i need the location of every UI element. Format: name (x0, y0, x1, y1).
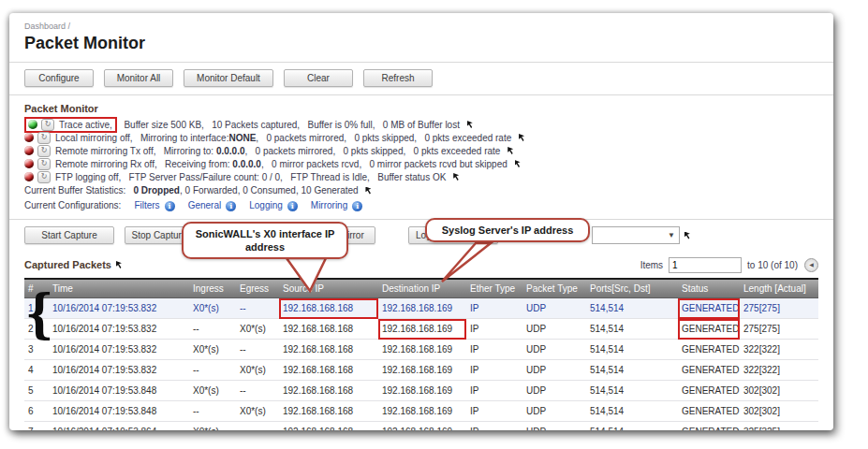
current-configurations-label: Current Configurations: (24, 200, 121, 210)
column-header-ingress[interactable]: Ingress (189, 279, 236, 298)
cell-ingress: X0*(s) (189, 422, 236, 431)
capture-control-icon[interactable]: ↻ (37, 171, 51, 183)
breadcrumb[interactable]: Dashboard / (24, 22, 818, 31)
annotation-mark-icon (467, 121, 473, 128)
cell-status: GENERATED (678, 298, 740, 319)
items-pagination: Items to 10 (of 10) ◀ (640, 257, 818, 273)
section-title-packet-monitor: Packet Monitor (24, 103, 818, 114)
table-body: 110/16/2014 07:19:53.832X0*(s)--192.168.… (24, 298, 818, 431)
callout-sonicwall-x0: SonicWALL's X0 interface IP address (182, 222, 348, 259)
cell-egress: -- (236, 422, 279, 431)
info-icon[interactable]: i (165, 201, 175, 211)
cell-dst: 192.168.168.169 (378, 401, 466, 422)
first-page-icon[interactable]: ◀ (804, 258, 818, 272)
divider (9, 219, 833, 220)
capture-control-icon[interactable]: ↻ (37, 158, 51, 170)
column-header-status[interactable]: Status (678, 279, 740, 298)
info-icon[interactable]: i (226, 201, 236, 211)
cell-ingress: X0*(s) (189, 381, 236, 401)
cell-dst: 192.168.168.169 (378, 381, 466, 401)
cell-status: GENERATED (678, 381, 740, 401)
items-input[interactable] (669, 257, 742, 273)
annotation-mark-icon (116, 261, 122, 268)
cell-num: 3 (24, 340, 49, 360)
cell-ports: 514,514 (586, 340, 678, 360)
capture-control-icon[interactable]: ↻ (37, 145, 51, 157)
mirroring-link[interactable]: Mirroring (311, 200, 347, 210)
cell-len: 322[322] (740, 340, 818, 360)
cell-dst: 192.168.168.169 (378, 319, 466, 340)
cell-dst: 192.168.168.169 (378, 298, 466, 319)
cell-src: 192.168.168.168 (279, 401, 378, 422)
cell-egress: -- (236, 298, 279, 319)
table-header-row: #TimeIngressEgressSource IPDestination I… (24, 279, 818, 298)
callout-tail-icon (433, 242, 498, 285)
cell-num: 7 (24, 422, 49, 431)
cell-ports: 514,514 (586, 401, 678, 422)
cell-status: GENERATED (678, 422, 740, 431)
table-row: 110/16/2014 07:19:53.832X0*(s)--192.168.… (24, 298, 818, 319)
captured-packets-label: Captured Packets (24, 259, 111, 270)
status-text: Remote mirroring Rx off, Receiving from:… (55, 159, 510, 169)
column-header-time[interactable]: Time (49, 279, 189, 298)
captured-packets-table: #TimeIngressEgressSource IPDestination I… (24, 278, 818, 430)
monitor-all-button[interactable]: Monitor All (104, 69, 173, 87)
cell-src: 192.168.168.168 (279, 319, 378, 340)
items-range-label: to 10 (of 10) (747, 260, 798, 270)
cell-num: 1 (24, 298, 49, 319)
cell-len: 322[322] (740, 360, 818, 381)
annotation-mark-icon (515, 160, 521, 167)
capture-control-icon[interactable]: ↻ (41, 119, 54, 131)
start-capture-button[interactable]: Start Capture (24, 226, 114, 244)
cell-egress: -- (236, 340, 279, 360)
cell-dst: 192.168.168.169 (378, 360, 466, 381)
configure-button[interactable]: Configure (24, 69, 94, 87)
screenshot-canvas: Dashboard / Packet Monitor ConfigureMoni… (0, 0, 868, 449)
packet-monitor-page: Dashboard / Packet Monitor ConfigureMoni… (9, 13, 833, 430)
cell-src: 192.168.168.168 (279, 298, 378, 319)
refresh-button[interactable]: Refresh (363, 69, 433, 87)
column-header-ports-src-dst[interactable]: Ports[Src, Dst] (586, 279, 678, 298)
column-header-length-actual[interactable]: Length [Actual] (740, 279, 818, 298)
export-as-select[interactable]: ▼ (592, 226, 680, 244)
annotation-mark-icon (365, 187, 371, 195)
cell-egress: X0*(s) (236, 401, 279, 422)
cell-status: GENERATED (678, 319, 740, 340)
cell-ptype: UDP (522, 319, 586, 340)
cell-ingress: -- (189, 401, 236, 422)
top-toolbar: ConfigureMonitor AllMonitor DefaultClear… (24, 69, 818, 87)
status-text: Local mirroring off, Mirroring to interf… (55, 133, 514, 143)
logging-link[interactable]: Logging (249, 200, 283, 210)
cell-len: 275[275] (740, 298, 818, 319)
status-lines: ↻Trace active, Buffer size 500 KB, 10 Pa… (24, 118, 818, 183)
cell-ptype: UDP (522, 298, 586, 319)
cell-num: 4 (24, 360, 49, 381)
cell-ether: IP (466, 381, 522, 401)
table-row: 610/16/2014 07:19:53.848--X0*(s)192.168.… (24, 401, 818, 422)
info-icon[interactable]: i (352, 201, 362, 211)
red-status-led-icon (24, 146, 34, 155)
annotation-mark-icon (519, 134, 524, 141)
cell-dst: 192.168.168.169 (378, 422, 466, 431)
column-header-packet-type[interactable]: Packet Type (522, 279, 586, 298)
filters-link[interactable]: Filters (134, 200, 159, 210)
info-icon[interactable]: i (287, 201, 298, 211)
red-status-led-icon (24, 159, 34, 168)
cell-time: 10/16/2014 07:19:53.832 (49, 298, 189, 319)
general-link[interactable]: General (188, 200, 222, 210)
table-row: 710/16/2014 07:19:53.864X0*(s)--192.168.… (24, 422, 818, 431)
clear-button[interactable]: Clear (284, 69, 353, 87)
captured-packets-title: Captured Packets (24, 259, 122, 270)
buffer-statistics-line: Current Buffer Statistics: 0 Dropped, 0 … (24, 183, 818, 197)
column-header-egress[interactable]: Egress (236, 279, 279, 298)
cell-ether: IP (466, 360, 522, 381)
column-header-[interactable]: # (24, 279, 49, 298)
capture-control-icon[interactable]: ↻ (37, 132, 51, 144)
table-row: 210/16/2014 07:19:53.832--X0*(s)192.168.… (24, 319, 818, 340)
cell-ports: 514,514 (586, 422, 678, 431)
monitor-default-button[interactable]: Monitor Default (184, 69, 273, 87)
chevron-down-icon: ▼ (668, 231, 675, 239)
callout-bubble: SonicWALL's X0 interface IP address (182, 222, 348, 259)
cell-ports: 514,514 (586, 360, 678, 381)
cell-time: 10/16/2014 07:19:53.848 (49, 381, 189, 401)
